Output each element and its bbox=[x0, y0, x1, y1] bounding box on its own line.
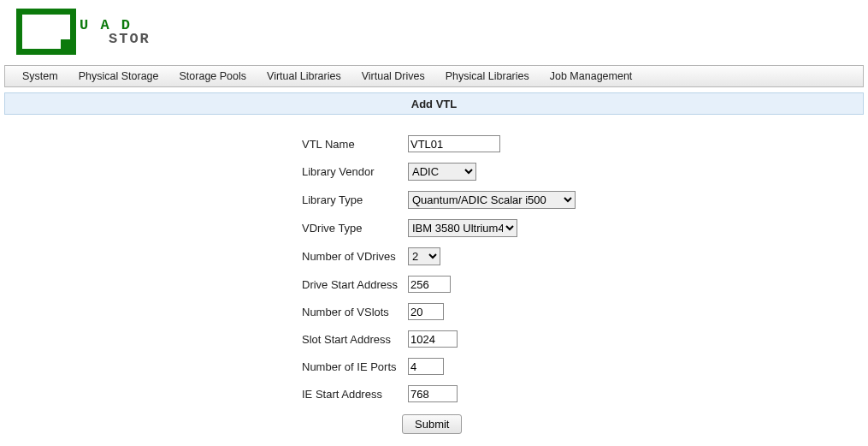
label-slot-start-address: Slot Start Address bbox=[302, 333, 408, 346]
logo-q-icon bbox=[16, 9, 76, 55]
submit-button[interactable]: Submit bbox=[402, 414, 462, 434]
nav-job-management[interactable]: Job Management bbox=[540, 70, 643, 82]
label-ie-start-address: IE Start Address bbox=[302, 388, 408, 401]
library-vendor-select[interactable]: ADIC bbox=[408, 163, 476, 181]
label-library-vendor: Library Vendor bbox=[302, 165, 408, 178]
label-num-ie-ports: Number of IE Ports bbox=[302, 360, 408, 373]
label-vtl-name: VTL Name bbox=[302, 138, 408, 151]
nav-virtual-drives[interactable]: Virtual Drives bbox=[351, 70, 435, 82]
slot-start-address-input[interactable] bbox=[408, 330, 458, 348]
nav-virtual-libraries[interactable]: Virtual Libraries bbox=[257, 70, 351, 82]
label-drive-start-address: Drive Start Address bbox=[302, 278, 408, 291]
logo-top: U A D bbox=[80, 18, 151, 33]
label-num-vslots: Number of VSlots bbox=[302, 306, 408, 318]
main-nav: System Physical Storage Storage Pools Vi… bbox=[4, 65, 864, 87]
num-vslots-input[interactable] bbox=[408, 303, 444, 320]
nav-system[interactable]: System bbox=[12, 70, 68, 82]
nav-physical-storage[interactable]: Physical Storage bbox=[68, 70, 169, 82]
logo-bottom: STOR bbox=[109, 32, 151, 46]
ie-start-address-input[interactable] bbox=[408, 385, 458, 402]
drive-start-address-input[interactable] bbox=[408, 276, 451, 293]
label-vdrive-type: VDrive Type bbox=[302, 222, 408, 235]
logo-text: U A D STOR bbox=[80, 18, 151, 46]
num-ie-ports-input[interactable] bbox=[408, 358, 444, 375]
add-vtl-form: VTL Name Library Vendor ADIC Library Typ… bbox=[302, 135, 864, 402]
label-num-vdrives: Number of VDrives bbox=[302, 250, 408, 263]
vtl-name-input[interactable] bbox=[408, 135, 500, 152]
label-library-type: Library Type bbox=[302, 193, 408, 206]
nav-storage-pools[interactable]: Storage Pools bbox=[169, 70, 257, 82]
vdrive-type-select[interactable]: IBM 3580 Ultrium4 bbox=[408, 219, 517, 237]
page-title: Add VTL bbox=[4, 92, 864, 115]
nav-physical-libraries[interactable]: Physical Libraries bbox=[435, 70, 540, 82]
num-vdrives-select[interactable]: 2 bbox=[408, 247, 440, 265]
library-type-select[interactable]: Quantum/ADIC Scalar i500 bbox=[408, 191, 576, 209]
logo: U A D STOR bbox=[16, 9, 864, 55]
